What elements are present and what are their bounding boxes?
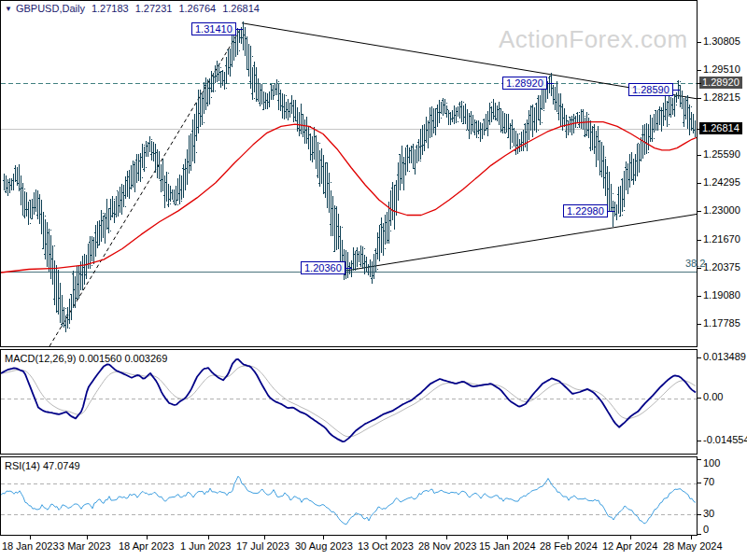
- macd-line: [1, 359, 696, 441]
- fib-382-label: 38.2: [685, 258, 705, 269]
- rsi-canvas[interactable]: [1, 457, 697, 535]
- price-axis-tickmark: [698, 211, 701, 212]
- date-axis-tickmark: [507, 536, 508, 539]
- macd-canvas[interactable]: [1, 350, 697, 454]
- date-axis-label: 28 Feb 2024: [540, 540, 598, 552]
- date-axis-tickmark: [630, 536, 631, 539]
- date-axis-label: 3 Mar 2023: [59, 540, 111, 552]
- price-level-label: 1.31410: [191, 22, 236, 35]
- macd-panel: MACD(12,26,9) 0.001560 0.003269: [0, 349, 698, 455]
- current-price-axis-label: 1.26814: [699, 122, 742, 134]
- price-axis-tickmark: [698, 70, 701, 71]
- ohlc-open: 1.27183: [92, 3, 129, 14]
- macd-label: MACD(12,26,9) 0.001560 0.003269: [5, 353, 167, 364]
- rsi-label: RSI(14) 47.0749: [5, 460, 80, 471]
- price-level-label: 1.28590: [628, 83, 673, 96]
- macd-axis-label: 0.013489: [703, 351, 746, 363]
- rsi-axis-tickmark: [698, 534, 701, 535]
- date-axis-label: 18 Jan 2023: [2, 540, 59, 552]
- price-axis-tickmark: [698, 155, 701, 156]
- date-axis-tickmark: [264, 536, 265, 539]
- price-axis-tickmark: [698, 296, 701, 297]
- chart-window: ActionForex.com ▼GBPUSD,Daily1.271831.27…: [0, 0, 747, 560]
- ohlc-low: 1.26764: [178, 3, 216, 14]
- watermark: ActionForex.com: [499, 25, 688, 54]
- date-axis-label: 15 Jan 2024: [479, 540, 536, 552]
- date-axis-label: 28 May 2024: [663, 540, 723, 552]
- symbol-label: GBPUSD,Daily: [16, 3, 85, 14]
- price-axis-tickmark: [698, 42, 701, 43]
- date-axis-tickmark: [30, 536, 31, 539]
- rsi-axis-tickmark: [698, 483, 701, 483]
- price-axis-tickmark: [698, 324, 701, 325]
- price-level-label: 1.28920: [502, 77, 547, 90]
- macd-axis-label: -0.014554: [703, 434, 747, 446]
- rsi-axis-label: 70: [703, 476, 714, 488]
- price-axis-label: 1.29510: [703, 63, 740, 76]
- price-axis-label: 1.23000: [703, 204, 740, 217]
- date-axis-tickmark: [208, 536, 209, 539]
- macd-axis-tickmark: [698, 357, 701, 358]
- price-panel: ActionForex.com ▼GBPUSD,Daily1.271831.27…: [0, 0, 698, 347]
- date-axis-tickmark: [323, 536, 324, 539]
- ohlc-high: 1.27231: [135, 3, 173, 14]
- price-axis-label: 1.19080: [703, 289, 740, 301]
- price-level-label: 1.20360: [301, 261, 345, 274]
- price-axis-label: 1.17785: [703, 317, 740, 329]
- date-axis-tickmark: [386, 536, 387, 539]
- date-axis-label: 18 Apr 2023: [119, 540, 174, 552]
- symbol-dropdown-icon[interactable]: ▼: [5, 5, 12, 13]
- price-bars: [3, 21, 698, 332]
- highlighted-price-axis-label: 1.28920: [699, 77, 742, 89]
- date-axis-tickmark: [446, 536, 447, 539]
- date-axis-label: 17 Jul 2023: [236, 540, 289, 552]
- price-axis-label: 1.30805: [703, 35, 740, 48]
- rsi-axis-tickmark: [698, 514, 701, 515]
- price-axis-label: 1.21670: [703, 233, 740, 245]
- rsi-axis-label: 30: [703, 508, 714, 520]
- macd-axis-tickmark: [698, 398, 701, 399]
- date-axis-tickmark: [568, 536, 569, 539]
- rsi-axis-label: 0: [703, 524, 709, 536]
- price-axis-label: 1.28215: [703, 91, 740, 104]
- price-axis-label: 1.25590: [703, 148, 740, 161]
- rsi-axis-tickmark: [698, 459, 701, 460]
- rsi-axis-label: 100: [703, 457, 720, 469]
- date-axis-label: 12 Apr 2024: [602, 540, 657, 552]
- chart-title: ▼GBPUSD,Daily1.271831.272311.267641.2681…: [5, 3, 260, 14]
- macd-axis-tickmark: [698, 441, 701, 441]
- trendline-rising-dashed: [49, 28, 241, 346]
- date-axis-tickmark: [691, 536, 692, 539]
- ohlc-close: 1.26814: [222, 3, 260, 14]
- date-axis-label: 28 Nov 2023: [418, 540, 476, 552]
- price-axis-tickmark: [698, 129, 701, 130]
- date-axis-label: 13 Oct 2023: [358, 540, 414, 552]
- price-axis-label: 1.24295: [703, 176, 740, 189]
- date-axis-label: 30 Aug 2023: [295, 540, 353, 552]
- price-axis-tickmark: [698, 83, 701, 84]
- macd-axis-label: 0.00: [703, 391, 723, 403]
- price-axis-label: 1.20375: [703, 261, 740, 273]
- date-axis-label: 1 Jun 2023: [180, 540, 231, 552]
- price-level-label: 1.22980: [563, 204, 608, 217]
- price-axis-tickmark: [698, 183, 701, 184]
- date-axis-tickmark: [147, 536, 148, 539]
- trendline-rising-support: [348, 214, 697, 270]
- price-axis-tickmark: [698, 240, 701, 241]
- rsi-panel: RSI(14) 47.0749: [0, 456, 698, 536]
- macd-signal-line: [1, 366, 696, 437]
- date-axis-tickmark: [87, 536, 88, 539]
- price-axis-tickmark: [698, 98, 701, 99]
